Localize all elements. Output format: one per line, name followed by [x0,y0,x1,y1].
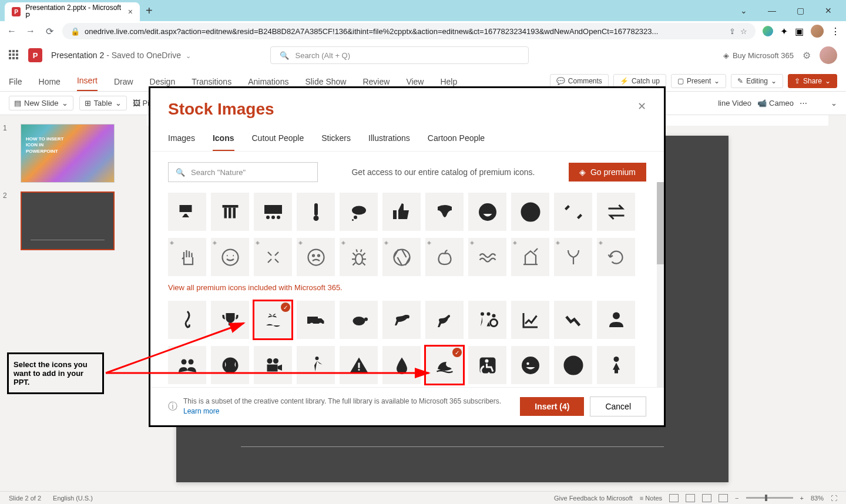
icon-grid[interactable]: ◈ ◈ ◈ ◈ ◈ ◈ ◈ ◈ ◈ ◈ ◈ View all premium i… [150,182,664,387]
close-icon[interactable]: ✕ [817,2,840,19]
slide-thumbnail-2[interactable]: 2 [9,191,126,250]
island-icon[interactable] [254,301,292,339]
view-reading-icon[interactable] [702,494,711,502]
browser-avatar[interactable] [811,25,824,38]
cancel-button[interactable]: Cancel [590,397,646,416]
wave-icon[interactable] [425,346,464,384]
doc-title[interactable]: Presentation 2 - Saved to OneDrive ⌄ [51,50,191,61]
hand-premium-icon[interactable]: ◈ [168,238,206,276]
walking-icon[interactable] [297,346,335,384]
tab-draw[interactable]: Draw [114,77,133,91]
view-sorter-icon[interactable] [686,494,695,502]
apple-premium-icon[interactable]: ◈ [425,238,464,276]
stress-premium-icon[interactable]: ◈ [254,238,292,276]
silly-emoji-icon[interactable] [511,193,549,231]
chevron-down-icon[interactable]: ⌄ [186,52,191,59]
gear-icon[interactable]: ⚙ [803,50,811,61]
cameo-button[interactable]: 📹Cameo [757,99,794,107]
view-slideshow-icon[interactable] [719,494,728,502]
aperture-premium-icon[interactable]: ◈ [382,238,421,276]
new-tab-button[interactable]: + [146,4,153,18]
notes-button[interactable]: ≡ Notes [640,495,662,502]
app-launcher-icon[interactable] [9,50,19,61]
film-camera-icon[interactable] [254,346,292,384]
person-icon[interactable] [597,301,635,339]
star-icon[interactable]: ☆ [740,27,747,36]
wheelchair-icon[interactable] [468,346,506,384]
zoom-slider[interactable] [746,497,793,499]
tab-illustrations[interactable]: Illustrations [368,133,410,151]
editing-button[interactable]: ✎Editing⌄ [731,74,783,88]
insert-button[interactable]: Insert (4) [520,397,584,416]
new-slide-button[interactable]: ▤New Slide⌄ [9,96,73,110]
bug-premium-icon[interactable]: ◈ [340,238,378,276]
tab-cartoon-people[interactable]: Cartoon People [428,133,485,151]
puzzle-icon[interactable]: ✦ [780,26,788,37]
treble-clef-icon[interactable] [168,301,206,339]
zoom-in-button[interactable]: + [800,495,804,502]
design-premium-icon[interactable]: ◈ [511,238,549,276]
slide-thumbnail-1[interactable]: 1 HOW TO INSERT ICON IN POWERPOINT [9,124,126,183]
wave-premium-icon[interactable]: ◈ [468,238,506,276]
dinosaur-icon[interactable] [382,301,421,339]
back-icon[interactable]: ← [6,26,18,36]
dialog-scrollbar[interactable] [657,182,664,387]
tab-images[interactable]: Images [168,133,195,151]
thought-cloud-icon[interactable] [340,193,378,231]
fit-icon[interactable]: ⛶ [831,495,837,502]
tab-icons[interactable]: Icons [213,133,234,151]
view-premium-link[interactable]: View all premium icons included with Mic… [168,283,646,292]
feedback-link[interactable]: Give Feedback to Microsoft [554,495,633,502]
close-dialog-button[interactable]: ✕ [637,100,646,113]
close-tab-icon[interactable]: × [128,7,133,16]
chart-down-icon[interactable] [554,301,592,339]
tab-file[interactable]: File [9,77,22,91]
unicorn-icon[interactable] [425,301,464,339]
user-avatar[interactable] [820,46,837,64]
water-drop-icon[interactable] [382,346,421,384]
tab-cutout-people[interactable]: Cutout People [252,133,304,151]
woman-icon[interactable] [597,346,635,384]
forward-icon[interactable]: → [25,26,36,36]
buy-microsoft-button[interactable]: ◈ Buy Microsoft 365 [723,51,794,60]
zoom-level[interactable]: 83% [811,495,824,502]
trophy-icon[interactable] [211,301,249,339]
url-input[interactable]: 🔒 onedrive.live.com/edit.aspx?action=edi… [62,23,756,39]
thermometer-icon[interactable] [297,193,335,231]
truck-icon[interactable] [297,301,335,339]
sad-premium-icon[interactable]: ◈ [297,238,335,276]
tab-home[interactable]: Home [39,77,61,91]
learn-more-link[interactable]: Learn more [183,407,219,415]
branch-premium-icon[interactable]: ◈ [554,238,592,276]
share-button[interactable]: ⇪Share⌄ [788,74,837,88]
wink-outline-emoji-icon[interactable] [554,346,592,384]
smile-premium-icon[interactable]: ◈ [211,238,249,276]
share-url-icon[interactable]: ⇪ [729,27,736,36]
panel-icon[interactable]: ▣ [795,26,804,37]
swap-arrows-icon[interactable] [597,193,635,231]
chevron-down-icon[interactable]: ⌄ [732,2,756,19]
accessibility-group-icon[interactable] [468,301,506,339]
wink-emoji-icon[interactable] [511,346,549,384]
more-icon[interactable]: ⋯ [800,99,807,107]
maximize-icon[interactable]: ▢ [788,2,812,19]
reload-icon[interactable]: ⟳ [43,26,55,37]
group-icon[interactable] [168,346,206,384]
test-tubes-icon[interactable] [211,193,249,231]
audience-icon[interactable] [254,193,292,231]
globe-face-icon[interactable] [211,346,249,384]
laughing-emoji-icon[interactable] [468,193,506,231]
tab-insert[interactable]: Insert [77,76,98,91]
minimize-icon[interactable]: — [760,2,784,19]
cycle-premium-icon[interactable]: ◈ [597,238,635,276]
menu-icon[interactable]: ⋮ [831,26,840,37]
icon-search-input[interactable]: 🔍 Search "Nature" [168,162,318,182]
language-status[interactable]: English (U.S.) [53,495,93,502]
present-button[interactable]: ▢Present⌄ [671,74,726,88]
table-button[interactable]: ⊞Table⌄ [79,96,127,110]
go-premium-button[interactable]: ◈ Go premium [569,163,646,182]
turtle-icon[interactable] [340,301,378,339]
tools-icon[interactable] [554,193,592,231]
tab-stickers[interactable]: Stickers [321,133,351,151]
presentation-icon[interactable] [168,193,206,231]
